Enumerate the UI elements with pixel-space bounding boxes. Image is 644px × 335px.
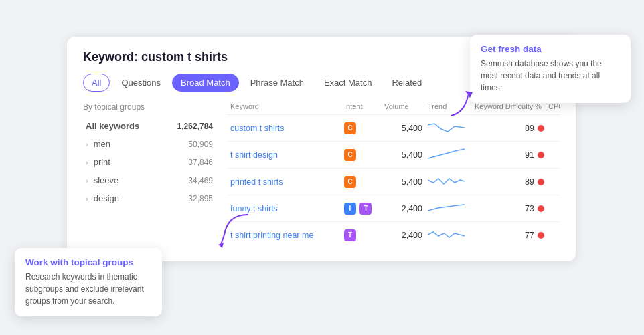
intent-cell: C bbox=[344, 122, 384, 134]
left-panel: By topical groups All keywords 1,262,784… bbox=[83, 102, 216, 248]
cpc-cell: 0.81 bbox=[548, 150, 560, 160]
trend-cell bbox=[428, 173, 475, 190]
tab-broad-match[interactable]: Broad Match bbox=[172, 74, 239, 92]
tab-exact-match[interactable]: Exact Match bbox=[315, 74, 381, 92]
intent-cell: I T bbox=[344, 203, 384, 215]
volume-cell: 5,400 bbox=[384, 150, 428, 160]
col-volume: Volume bbox=[384, 102, 428, 110]
group-count: 32,895 bbox=[188, 194, 213, 203]
group-count: 37,846 bbox=[188, 158, 213, 167]
group-count: 50,909 bbox=[188, 140, 213, 149]
tab-related[interactable]: Related bbox=[383, 74, 430, 92]
tab-questions[interactable]: Questions bbox=[112, 74, 169, 92]
group-all-keywords[interactable]: All keywords 1,262,784 bbox=[83, 117, 216, 135]
intent-badge-c: C bbox=[344, 122, 356, 134]
col-difficulty: Keyword Difficulty % bbox=[475, 102, 548, 110]
kw-cell: printed t shirts bbox=[230, 177, 344, 187]
intent-cell: C bbox=[344, 149, 384, 161]
diff-cell: 89 bbox=[475, 124, 548, 133]
kw-link[interactable]: custom t shirts bbox=[230, 124, 285, 133]
intent-badge-t: T bbox=[359, 203, 372, 215]
volume-cell: 2,400 bbox=[384, 204, 428, 213]
tooltip-fresh-data: Get fresh data Semrush database shows yo… bbox=[470, 35, 631, 103]
arrow-left-decoration bbox=[214, 208, 254, 248]
intent-badge-t: T bbox=[344, 229, 356, 241]
cpc-cell: 0.73 bbox=[548, 124, 560, 133]
trend-cell bbox=[428, 146, 475, 163]
table-row: t shirt design C 5,400 91 0.81 📍 📄 ▦ bbox=[228, 142, 560, 169]
col-keyword: Keyword bbox=[230, 102, 344, 110]
content-area: By topical groups All keywords 1,262,784… bbox=[83, 102, 560, 248]
arrow-right-decoration bbox=[445, 86, 478, 119]
chevron-icon: › bbox=[86, 195, 88, 203]
chevron-icon: › bbox=[86, 158, 88, 166]
table-row: funny t shirts I T 2,400 73 0.26 ▦ bbox=[228, 195, 560, 222]
group-print[interactable]: › print 37,846 bbox=[83, 153, 216, 171]
col-intent: Intent bbox=[344, 102, 384, 110]
diff-cell: 91 bbox=[475, 150, 548, 160]
table-header: Keyword Intent Volume Trend Keyword Diff… bbox=[228, 102, 560, 115]
right-panel: Keyword Intent Volume Trend Keyword Diff… bbox=[228, 102, 560, 248]
svg-marker-1 bbox=[465, 91, 473, 98]
cpc-cell: 0.26 bbox=[548, 204, 560, 213]
col-cpc: CPC $ bbox=[548, 102, 560, 110]
diff-dot bbox=[538, 179, 544, 185]
group-all-name: All keywords bbox=[86, 121, 139, 131]
tooltip-fresh-title: Get fresh data bbox=[481, 44, 620, 54]
group-all-count: 1,262,784 bbox=[177, 122, 213, 131]
tab-all[interactable]: All bbox=[83, 74, 110, 92]
volume-cell: 5,400 bbox=[384, 177, 428, 187]
intent-badge-c: C bbox=[344, 176, 356, 188]
diff-dot bbox=[538, 125, 544, 132]
diff-cell: 73 bbox=[475, 204, 548, 213]
group-count: 34,469 bbox=[188, 176, 213, 185]
kw-cell: t shirt design bbox=[230, 150, 344, 160]
panel-label: By topical groups bbox=[83, 102, 216, 112]
kw-link[interactable]: t shirt design bbox=[230, 150, 278, 160]
volume-cell: 5,400 bbox=[384, 124, 428, 133]
group-sleeve[interactable]: › sleeve 34,469 bbox=[83, 171, 216, 189]
trend-cell bbox=[428, 200, 475, 217]
tooltip-fresh-text: Semrush database shows you the most rece… bbox=[481, 58, 620, 94]
diff-cell: 89 bbox=[475, 177, 548, 187]
volume-cell: 2,400 bbox=[384, 231, 428, 240]
tooltip-topical-groups: Work with topical groups Research keywor… bbox=[15, 248, 162, 316]
trend-cell bbox=[428, 227, 475, 243]
group-design[interactable]: › design 32,895 bbox=[83, 189, 216, 207]
intent-cell: C bbox=[344, 176, 384, 188]
tooltip-topical-title: Work with topical groups bbox=[25, 257, 151, 267]
group-men[interactable]: › men 50,909 bbox=[83, 135, 216, 153]
keyword-value: custom t shirts bbox=[141, 50, 228, 64]
keyword-label: Keyword: bbox=[83, 50, 138, 64]
cpc-cell: 0.66 bbox=[548, 231, 560, 240]
group-name: › design bbox=[86, 193, 119, 203]
chevron-icon: › bbox=[86, 140, 88, 148]
diff-dot bbox=[538, 205, 544, 212]
intent-badge-i: I bbox=[344, 203, 356, 215]
diff-cell: 77 bbox=[475, 231, 548, 240]
kw-cell: custom t shirts bbox=[230, 124, 344, 133]
chevron-icon: › bbox=[86, 177, 88, 185]
table-row: printed t shirts C 5,400 89 0.50 📍 🖼 ⭐ bbox=[228, 169, 560, 195]
diff-dot bbox=[538, 232, 544, 239]
table-row: custom t shirts C 5,400 89 0.73 📍 ⭐ ▦ bbox=[228, 115, 560, 142]
group-name: › sleeve bbox=[86, 175, 118, 185]
tab-phrase-match[interactable]: Phrase Match bbox=[242, 74, 313, 92]
cpc-cell: 0.50 bbox=[548, 177, 560, 187]
diff-dot bbox=[538, 152, 544, 158]
group-name: › print bbox=[86, 157, 110, 167]
trend-cell bbox=[428, 120, 475, 136]
intent-cell: T bbox=[344, 229, 384, 241]
tooltip-topical-text: Research keywords in thematic subgroups … bbox=[25, 271, 151, 307]
group-name: › men bbox=[86, 139, 110, 149]
kw-link[interactable]: printed t shirts bbox=[230, 177, 283, 187]
intent-badge-c: C bbox=[344, 149, 356, 161]
table-row: t shirt printing near me T 2,400 77 0.66… bbox=[228, 222, 560, 248]
